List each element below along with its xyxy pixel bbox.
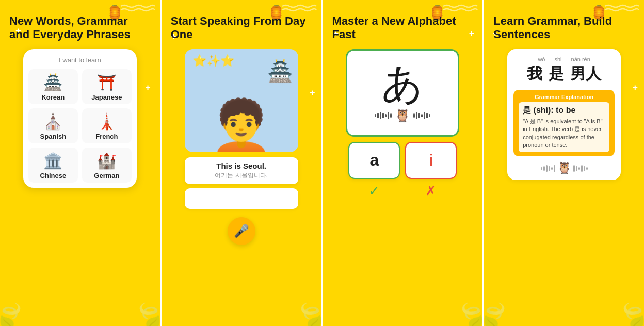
bottom-leaf-right-3: 🍃 <box>452 297 482 326</box>
bottom-leaf-right-2: 🍃 <box>290 297 321 326</box>
speech-bubble: This is Seoul. 여기는 서울입니다. <box>185 157 298 184</box>
wave-bar <box>576 166 577 171</box>
german-label: German <box>94 172 119 180</box>
grammar-sound-wave: 🦉 <box>513 161 615 175</box>
microphone-button[interactable]: 🎤 <box>228 217 255 245</box>
language-grid: 🏯 Korean ⛩️ Japanese ⛪ Spanish 🗼 French … <box>28 69 132 183</box>
chinese-label: Chinese <box>40 172 67 180</box>
language-selector-card: I want to learn 🏯 Korean ⛩️ Japanese ⛪ S… <box>23 49 137 188</box>
grammar-wave-left <box>541 165 555 172</box>
char-wo: 我 <box>527 63 542 85</box>
text-input-area <box>185 188 298 209</box>
microphone-icon: 🎤 <box>234 224 249 238</box>
check-row: ✓ ✗ <box>348 183 457 199</box>
spanish-label: Spanish <box>40 133 67 140</box>
japanese-icon: ⛩️ <box>97 73 116 91</box>
chinese-row: 我 是 男人 <box>513 63 615 85</box>
wave-bar <box>546 165 548 172</box>
grammar-is: 是 (shì): to be <box>523 105 605 116</box>
wave-bar <box>549 166 550 171</box>
lang-spanish[interactable]: ⛪ Spanish <box>28 108 78 143</box>
wave-bar <box>416 112 417 119</box>
german-icon: 🏰 <box>97 152 116 170</box>
lang-french[interactable]: 🗼 French <box>82 108 132 143</box>
lang-japanese[interactable]: ⛩️ Japanese <box>82 69 132 104</box>
answer-correct[interactable]: a <box>348 142 400 179</box>
video-card: 🏯 ⭐✨⭐ 🧑‍🦱 <box>185 49 298 152</box>
wave-bar <box>390 113 392 118</box>
lang-german[interactable]: 🏰 German <box>82 148 132 183</box>
check-correct: ✓ <box>348 183 400 199</box>
grammar-wave-right <box>573 165 588 172</box>
lang-chinese[interactable]: 🏛️ Chinese <box>28 148 78 183</box>
wave-bar <box>541 167 542 170</box>
korean-label: Korean <box>41 93 65 101</box>
wave-bar <box>586 167 588 170</box>
panel2-title: Start Speaking From Day One <box>171 14 312 42</box>
pinyin-shi: shi <box>554 56 561 62</box>
bottom-leaf-right-4: 🍃 <box>613 297 644 326</box>
wave-bar <box>573 165 575 172</box>
wave-bar <box>380 112 381 119</box>
grammar-card: wó shi nán rén 我 是 男人 Grammar Explanatio… <box>507 49 621 181</box>
answer-wrong[interactable]: i <box>405 142 457 179</box>
panel-speaking: 🏮 + + Start Speaking From Day One 🏯 ⭐✨⭐ … <box>160 0 321 326</box>
wave-bar <box>388 112 389 119</box>
wave-bars-right <box>413 112 430 119</box>
grammar-description: "A 是 B" is equivalent to "A is B" in Eng… <box>523 118 605 150</box>
grammar-explanation-box: Grammar Explanation 是 (shì): to be "A 是 … <box>513 90 615 157</box>
wave-bar <box>421 114 423 117</box>
french-label: French <box>95 133 118 140</box>
wave-bar <box>418 113 420 118</box>
wave-bar <box>424 112 425 119</box>
wave-bar <box>377 113 379 118</box>
japanese-label: Japanese <box>91 93 122 101</box>
char-shi: 是 <box>549 63 564 85</box>
grammar-owl-icon: 🦉 <box>557 161 571 175</box>
char-nanren: 男人 <box>570 63 601 85</box>
owl-icon: 🦉 <box>395 108 410 123</box>
wave-bar <box>584 166 585 171</box>
wave-bar <box>554 165 555 172</box>
chinese-icon: 🏛️ <box>43 152 62 170</box>
pinyin-nanren: nán rén <box>571 56 590 62</box>
wave-bar <box>385 114 387 117</box>
deco-plus-4: + <box>310 88 315 99</box>
wave-bar <box>382 113 384 118</box>
wave-bar <box>375 114 376 117</box>
pinyin-wo: wó <box>538 56 545 62</box>
spanish-icon: ⛪ <box>43 112 62 131</box>
building-icon: 🏯 <box>267 59 293 84</box>
explanation-content: 是 (shì): to be "A 是 B" is equivalent to … <box>519 102 609 153</box>
bottom-leaf-right-1: 🍃 <box>129 297 160 326</box>
answer-a: a <box>369 151 379 170</box>
deco-plus-8: + <box>632 83 638 93</box>
wave-bar <box>413 113 415 118</box>
hiragana-card: あ 🦉 <box>346 49 459 137</box>
panel-new-words: 🏮 + + New Words, Grammar and Everyday Ph… <box>0 0 160 326</box>
sound-wave: 🦉 <box>375 108 430 123</box>
wave-bar <box>551 167 553 170</box>
check-wrong: ✗ <box>405 183 457 199</box>
french-icon: 🗼 <box>97 112 116 131</box>
wave-bars-left <box>375 112 392 119</box>
lang-korean[interactable]: 🏯 Korean <box>28 69 78 104</box>
speech-text-main: This is Seoul. <box>191 161 292 170</box>
wave-bar <box>543 166 545 171</box>
panel4-title: Learn Grammar, Build Sentences <box>493 14 635 42</box>
speech-text-sub: 여기는 서울입니다. <box>191 171 292 180</box>
wave-bar <box>581 165 583 172</box>
wave-bar <box>578 167 580 170</box>
card-subtitle: I want to learn <box>28 56 132 64</box>
pinyin-row: wó shi nán rén <box>513 56 615 62</box>
hiragana-character: あ <box>381 63 424 104</box>
bottom-leaf-left-4: 🍃 <box>482 297 515 326</box>
bottom-leaf-left-1: 🍃 <box>0 297 31 326</box>
wave-bar <box>429 114 430 117</box>
answer-i: i <box>429 151 433 170</box>
deco-plus-2: + <box>145 83 151 93</box>
answer-options: a i <box>348 142 457 179</box>
person-illustration: 🧑‍🦱 <box>209 101 273 152</box>
panel1-title: New Words, Grammar and Everyday Phrases <box>9 14 151 42</box>
panel3-title: Master a New Alphabet Fast <box>332 14 474 42</box>
